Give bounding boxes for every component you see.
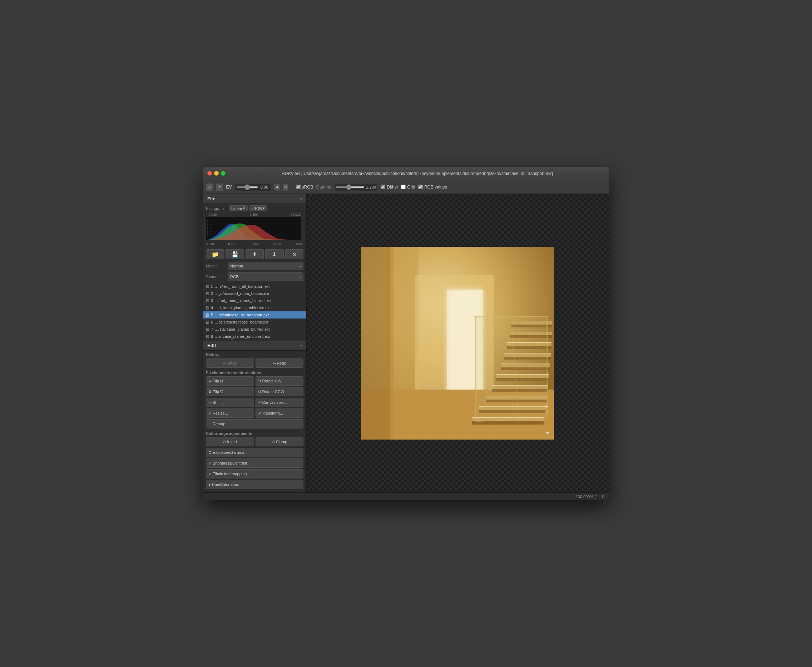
transform-section: Pixel/domain transformations ⇐ Flip H ↻ … — [203, 369, 306, 430]
channel-label: Channel: — [206, 275, 226, 279]
maximize-button[interactable] — [221, 171, 226, 176]
close-file-btn[interactable]: ✕ — [285, 249, 303, 259]
transform-btn[interactable]: ⤢ Transform... — [256, 408, 304, 418]
file-item-3[interactable]: 🖼 3 …/red_room_planes_blurred.exr — [203, 297, 306, 304]
rotate-cw-btn[interactable]: ↻ Rotate CW — [256, 377, 304, 386]
file-item-5[interactable]: 🖼 5 …rs/staircase_all_transport.exr — [203, 311, 306, 319]
file-name-2: …gs/exrs/red_room_beams.exr — [215, 291, 270, 295]
brightness-contrast-btn[interactable]: ⤢ Brightness/Contrast... — [206, 458, 303, 468]
mode-label: Mode: — [206, 264, 226, 268]
filmic-btn[interactable]: ⤢ Filmic tonemapping... — [206, 469, 303, 478]
file-icon-5: 🖼 — [206, 313, 210, 317]
dither-toggle[interactable]: Dither — [381, 184, 398, 189]
remap-btn[interactable]: ⊙ Remap... — [206, 419, 303, 428]
histogram-controls: Histogram: Linear ▾ sRGB ▾ — [203, 204, 306, 213]
histogram-svg: | | | | | — [206, 217, 301, 240]
zoom-status: 100.000% (1 : 1) — [576, 494, 605, 499]
pixel-transform-label: Pixel/domain transformations — [206, 371, 303, 375]
file-item-8[interactable]: 🖼 8 …aircase_planes_unblurred.exr — [203, 333, 306, 340]
srgb-toggle[interactable]: sRGB — [296, 184, 313, 189]
srgb-checkbox[interactable] — [296, 184, 301, 189]
histogram-x-labels: 0.000 0.125 0.250 0.500 1.000 — [206, 241, 303, 246]
ev-right-arrow[interactable]: ↺ — [283, 184, 288, 191]
channel-select[interactable]: RGB › — [228, 272, 303, 281]
file-section-header[interactable]: File ▾ — [203, 194, 306, 204]
dither-checkbox[interactable] — [381, 184, 385, 189]
canvas-area[interactable] — [307, 194, 609, 493]
file-num-2: 2 — [211, 291, 213, 295]
clamp-btn[interactable]: ⊙ Clamp — [256, 437, 304, 446]
rgb-values-checkbox[interactable] — [418, 184, 423, 189]
mode-row: Mode: Normal › — [203, 260, 306, 271]
dither-label: Dither — [387, 184, 398, 189]
ev-label: EV — [226, 184, 232, 189]
rgb-values-toggle[interactable]: RGB values — [418, 184, 447, 189]
file-num-3: 3 — [211, 299, 213, 303]
svg-text:|: | — [207, 234, 208, 236]
invert-btn[interactable]: ⊙ Invert — [206, 437, 254, 446]
ev-value: 0.00 — [260, 185, 270, 189]
flip-v-btn[interactable]: ⇓ Flip V — [206, 387, 254, 397]
hue-saturation-btn[interactable]: ● Hue/Saturation... — [206, 480, 303, 489]
ev-slider[interactable] — [236, 186, 258, 188]
grid-checkbox[interactable] — [401, 184, 406, 189]
save-btn[interactable]: 💾 — [226, 249, 244, 259]
menu-button[interactable]: ≡ — [216, 183, 223, 191]
gamma-slider[interactable] — [336, 186, 364, 188]
file-num-4: 4 — [211, 306, 213, 310]
grid-toggle[interactable]: Grid — [401, 184, 415, 189]
history-label: History — [206, 352, 220, 357]
edit-chevron-icon: ▾ — [300, 343, 302, 347]
mode-select[interactable]: Normal › — [228, 262, 303, 270]
shift-btn[interactable]: ⇔ Shift... — [206, 398, 254, 407]
help-button[interactable]: ? — [206, 183, 213, 191]
file-icon-2: 🖼 — [206, 292, 210, 295]
svg-text:|: | — [207, 226, 208, 229]
file-name-6: …gs/exrs/staircase_beams.exr — [215, 320, 268, 324]
rgb-values-label: RGB values — [424, 184, 447, 189]
image-display — [361, 247, 554, 440]
ev-left-arrow[interactable]: ◀ — [274, 184, 280, 191]
histogram-mode-btn[interactable]: Linear ▾ — [229, 205, 248, 211]
file-chevron-icon: ▾ — [300, 197, 302, 201]
resize-btn[interactable]: ⤢ Resize... — [206, 408, 254, 418]
gamma-label: Gamma — [316, 184, 332, 189]
file-icon-3: 🖼 — [206, 299, 210, 303]
close-button[interactable] — [207, 171, 212, 176]
rotate-ccw-btn[interactable]: ↺ Rotate CCW — [256, 387, 304, 397]
upload-btn[interactable]: ⬆ — [246, 249, 264, 259]
canvas-size-btn[interactable]: ⤢ Canvas size... — [256, 398, 304, 407]
sidebar: File ▾ Histogram: Linear ▾ sRGB ▾ 0.030 — [203, 194, 307, 493]
file-icon-1: 🖼 — [206, 285, 210, 289]
file-item-6[interactable]: 🖼 6 …gs/exrs/staircase_beams.exr — [203, 319, 306, 326]
undo-button[interactable]: ↩ Undo — [206, 358, 254, 368]
status-bar: 100.000% (1 : 1) — [203, 493, 609, 500]
channel-row: Channel: RGB › — [203, 271, 306, 282]
file-num-6: 6 — [211, 320, 213, 324]
histogram-space-btn[interactable]: sRGB ▾ — [249, 205, 267, 211]
edit-section-label: Edit — [207, 343, 216, 348]
transform-grid: ⇐ Flip H ↻ Rotate CW ⇓ Flip V ↺ Rotate C… — [206, 377, 303, 418]
divider-1 — [292, 183, 292, 191]
color-range-label: Color/range adjustments — [206, 431, 303, 436]
file-num-1: 1 — [211, 284, 213, 289]
edit-section-header[interactable]: Edit ▾ — [203, 341, 306, 351]
flip-h-btn[interactable]: ⇐ Flip H — [206, 377, 254, 386]
file-item-1[interactable]: 🖼 1 …rs/red_room_all_transport.exr — [203, 283, 306, 290]
svg-rect-69 — [361, 247, 390, 440]
file-name-3: …/red_room_planes_blurred.exr — [215, 299, 271, 303]
exposure-gamma-btn[interactable]: ⊙ Exposure/Gamma... — [206, 448, 303, 457]
invert-clamp-row: ⊙ Invert ⊙ Clamp — [206, 437, 303, 446]
history-section: History ↩ Undo ↪ Redo — [203, 351, 306, 369]
svg-text:|: | — [207, 223, 208, 226]
file-item-7[interactable]: 🖼 7 …/staircase_planes_blurred.exr — [203, 326, 306, 333]
open-folder-btn[interactable]: 📁 — [206, 249, 224, 259]
file-item-2[interactable]: 🖼 2 …gs/exrs/red_room_beams.exr — [203, 290, 306, 297]
file-item-4[interactable]: 🖼 4 …d_room_planes_unblurred.exr — [203, 304, 306, 311]
srgb-label: sRGB — [302, 184, 313, 189]
minimize-button[interactable] — [214, 171, 219, 176]
redo-button[interactable]: ↪ Redo — [256, 358, 304, 368]
download-btn[interactable]: ⬇ — [265, 249, 283, 259]
app-window: HDRView [/Users/wjarosz/Documents/Work/w… — [203, 167, 609, 500]
file-num-8: 8 — [211, 334, 213, 338]
